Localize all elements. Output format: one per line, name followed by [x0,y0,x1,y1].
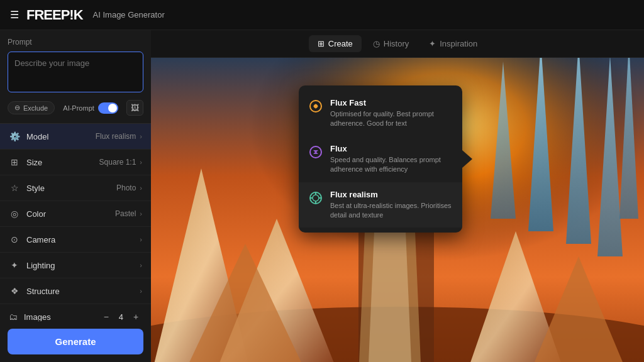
flux-desc: Speed and quality. Balances prompt adher… [330,155,452,175]
camera-chevron-icon: › [140,236,142,243]
lighting-chevron-icon: › [140,261,142,269]
images-plus-button[interactable]: + [130,310,142,321]
structure-chevron-icon: › [140,287,142,295]
tab-history[interactable]: ◷ History [364,35,418,52]
prompt-section: Prompt ⊖ Exclude AI-Prompt 🖼 [0,30,151,124]
sidebar-item-structure[interactable]: ❖ Structure › [0,278,151,304]
images-icon: 🗂 [9,312,18,321]
size-value: Square 1:1 [99,158,136,167]
model-label: Model [26,132,96,141]
history-tab-icon: ◷ [373,39,380,48]
structure-icon: ❖ [9,285,20,297]
model-value: Flux realism [96,132,136,141]
ai-prompt-row: AI-Prompt [63,102,118,114]
structure-label: Structure [26,287,136,296]
images-minus-button[interactable]: − [100,310,113,321]
lighting-icon: ✦ [9,260,20,271]
size-icon: ⊞ [9,156,20,168]
ai-prompt-toggle[interactable] [98,102,118,114]
exclude-icon: ⊖ [14,104,20,112]
inspiration-tab-icon: ✦ [429,39,436,48]
color-label: Color [26,209,115,219]
flux-fast-title: Flux Fast [330,98,452,107]
model-chevron-icon: › [140,133,142,140]
logo: FREEP!K [26,7,83,23]
style-label: Style [26,184,116,193]
exclude-label: Exclude [23,104,48,112]
tab-bar: ⊞ Create ◷ History ✦ Inspiration [151,30,644,58]
color-icon: ◎ [9,208,20,219]
style-chevron-icon: › [140,184,142,192]
history-tab-label: History [384,39,409,48]
sidebar-item-color[interactable]: ◎ Color Pastel › [0,201,151,227]
dropdown-item-flux-realism[interactable]: Flux realism Best at ultra-realistic ima… [299,182,462,228]
svg-point-21 [313,195,319,201]
flux-fast-text: Flux Fast Optimised for quality. Best pr… [330,98,452,129]
flux-fast-icon [309,99,323,113]
prompt-textarea[interactable] [8,52,143,92]
flux-text: Flux Speed and quality. Balances prompt … [330,144,452,175]
menu-icon[interactable]: ☰ [10,9,19,21]
camera-label: Camera [26,235,136,244]
sidebar: Prompt ⊖ Exclude AI-Prompt 🖼 ⚙️ Model Fl… [0,30,151,362]
color-value: Pastel [115,209,136,218]
flux-icon [309,145,323,159]
flux-realism-text: Flux realism Best at ultra-realistic ima… [330,190,452,221]
header: ☰ FREEP!K AI Image Generator [0,0,644,30]
tab-create[interactable]: ⊞ Create [309,35,362,52]
flux-realism-icon [309,191,323,205]
prompt-controls: ⊖ Exclude AI-Prompt 🖼 [8,100,143,116]
flux-realism-title: Flux realism [330,190,452,199]
flux-title: Flux [330,144,452,153]
dropdown-item-flux[interactable]: Flux Speed and quality. Balances prompt … [299,136,462,182]
images-controls: − 4 + [100,310,142,321]
prompt-label: Prompt [8,38,143,47]
tab-inspiration[interactable]: ✦ Inspiration [420,35,486,52]
generate-button[interactable]: Generate [8,329,143,354]
style-icon: ☆ [9,182,20,194]
sidebar-item-lighting[interactable]: ✦ Lighting › [0,253,151,278]
lighting-label: Lighting [26,261,136,270]
model-icon: ⚙️ [9,131,20,142]
images-row: 🗂 Images − 4 + [0,304,151,321]
exclude-button[interactable]: ⊖ Exclude [8,101,55,114]
image-area: Flux Fast Optimised for quality. Best pr… [151,58,644,362]
model-dropdown: Flux Fast Optimised for quality. Best pr… [299,85,462,233]
content-area: ⊞ Create ◷ History ✦ Inspiration [151,30,644,362]
image-upload-button[interactable]: 🖼 [126,100,143,116]
main-layout: Prompt ⊖ Exclude AI-Prompt 🖼 ⚙️ Model Fl… [0,30,644,362]
flux-fast-desc: Optimised for quality. Best prompt adher… [330,109,452,129]
sidebar-item-camera[interactable]: ⊙ Camera › [0,227,151,253]
sidebar-options: ⚙️ Model Flux realism › ⊞ Size Square 1:… [0,124,151,321]
size-label: Size [26,158,99,167]
color-chevron-icon: › [140,210,142,217]
style-value: Photo [116,184,136,192]
dropdown-arrow [462,150,472,168]
svg-marker-16 [368,231,412,362]
create-tab-label: Create [328,39,353,48]
sidebar-item-style[interactable]: ☆ Style Photo › [0,175,151,201]
generated-image: Flux Fast Optimised for quality. Best pr… [151,58,644,362]
svg-point-18 [314,104,318,108]
images-count: 4 [119,312,123,322]
sidebar-item-size[interactable]: ⊞ Size Square 1:1 › [0,150,151,175]
images-label: Images [24,312,100,322]
flux-realism-desc: Best at ultra-realistic images. Prioriti… [330,201,452,221]
sidebar-item-model[interactable]: ⚙️ Model Flux realism › [0,124,151,150]
app-title: AI Image Generator [93,10,165,19]
dropdown-item-flux-fast[interactable]: Flux Fast Optimised for quality. Best pr… [299,90,462,136]
camera-icon: ⊙ [9,234,20,245]
size-chevron-icon: › [140,158,142,166]
create-tab-icon: ⊞ [318,39,325,48]
inspiration-tab-label: Inspiration [440,39,477,48]
ai-prompt-label: AI-Prompt [63,104,94,112]
